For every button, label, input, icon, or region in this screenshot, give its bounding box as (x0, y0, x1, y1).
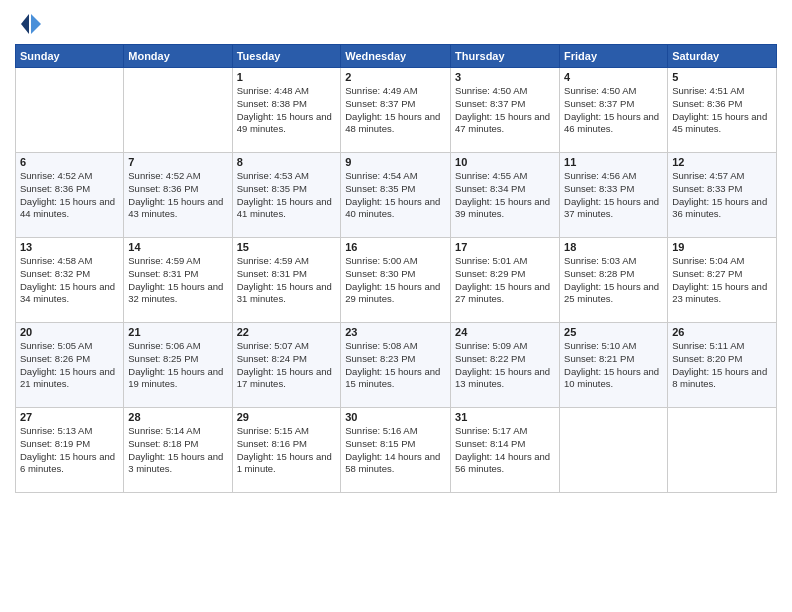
day-info: Sunrise: 5:00 AMSunset: 8:30 PMDaylight:… (345, 255, 446, 306)
calendar-cell: 23Sunrise: 5:08 AMSunset: 8:23 PMDayligh… (341, 323, 451, 408)
day-number: 16 (345, 241, 446, 253)
day-info: Sunrise: 4:59 AMSunset: 8:31 PMDaylight:… (128, 255, 227, 306)
day-number: 5 (672, 71, 772, 83)
weekday-header: Monday (124, 45, 232, 68)
day-info: Sunrise: 5:14 AMSunset: 8:18 PMDaylight:… (128, 425, 227, 476)
day-info: Sunrise: 5:06 AMSunset: 8:25 PMDaylight:… (128, 340, 227, 391)
logo (15, 10, 47, 38)
day-info: Sunrise: 5:01 AMSunset: 8:29 PMDaylight:… (455, 255, 555, 306)
day-number: 2 (345, 71, 446, 83)
calendar-cell: 3Sunrise: 4:50 AMSunset: 8:37 PMDaylight… (451, 68, 560, 153)
svg-marker-1 (21, 14, 29, 34)
day-info: Sunrise: 4:54 AMSunset: 8:35 PMDaylight:… (345, 170, 446, 221)
day-number: 29 (237, 411, 337, 423)
calendar-cell: 1Sunrise: 4:48 AMSunset: 8:38 PMDaylight… (232, 68, 341, 153)
day-number: 1 (237, 71, 337, 83)
calendar-table: SundayMondayTuesdayWednesdayThursdayFrid… (15, 44, 777, 493)
day-number: 31 (455, 411, 555, 423)
calendar-cell: 31Sunrise: 5:17 AMSunset: 8:14 PMDayligh… (451, 408, 560, 493)
day-info: Sunrise: 5:07 AMSunset: 8:24 PMDaylight:… (237, 340, 337, 391)
day-number: 13 (20, 241, 119, 253)
day-number: 12 (672, 156, 772, 168)
day-info: Sunrise: 5:16 AMSunset: 8:15 PMDaylight:… (345, 425, 446, 476)
calendar-cell: 25Sunrise: 5:10 AMSunset: 8:21 PMDayligh… (560, 323, 668, 408)
day-number: 7 (128, 156, 227, 168)
calendar-cell: 7Sunrise: 4:52 AMSunset: 8:36 PMDaylight… (124, 153, 232, 238)
day-number: 9 (345, 156, 446, 168)
day-info: Sunrise: 5:08 AMSunset: 8:23 PMDaylight:… (345, 340, 446, 391)
calendar-week-row: 6Sunrise: 4:52 AMSunset: 8:36 PMDaylight… (16, 153, 777, 238)
calendar-week-row: 27Sunrise: 5:13 AMSunset: 8:19 PMDayligh… (16, 408, 777, 493)
weekday-header: Saturday (668, 45, 777, 68)
day-number: 21 (128, 326, 227, 338)
calendar-cell: 30Sunrise: 5:16 AMSunset: 8:15 PMDayligh… (341, 408, 451, 493)
calendar-header-row: SundayMondayTuesdayWednesdayThursdayFrid… (16, 45, 777, 68)
calendar-cell: 12Sunrise: 4:57 AMSunset: 8:33 PMDayligh… (668, 153, 777, 238)
calendar-week-row: 20Sunrise: 5:05 AMSunset: 8:26 PMDayligh… (16, 323, 777, 408)
calendar-cell: 2Sunrise: 4:49 AMSunset: 8:37 PMDaylight… (341, 68, 451, 153)
calendar-week-row: 1Sunrise: 4:48 AMSunset: 8:38 PMDaylight… (16, 68, 777, 153)
day-info: Sunrise: 4:53 AMSunset: 8:35 PMDaylight:… (237, 170, 337, 221)
calendar-cell: 13Sunrise: 4:58 AMSunset: 8:32 PMDayligh… (16, 238, 124, 323)
day-number: 28 (128, 411, 227, 423)
calendar-cell: 27Sunrise: 5:13 AMSunset: 8:19 PMDayligh… (16, 408, 124, 493)
day-info: Sunrise: 5:17 AMSunset: 8:14 PMDaylight:… (455, 425, 555, 476)
day-number: 11 (564, 156, 663, 168)
day-number: 25 (564, 326, 663, 338)
day-info: Sunrise: 4:59 AMSunset: 8:31 PMDaylight:… (237, 255, 337, 306)
day-number: 3 (455, 71, 555, 83)
calendar-cell: 22Sunrise: 5:07 AMSunset: 8:24 PMDayligh… (232, 323, 341, 408)
day-number: 24 (455, 326, 555, 338)
weekday-header: Wednesday (341, 45, 451, 68)
calendar-cell: 17Sunrise: 5:01 AMSunset: 8:29 PMDayligh… (451, 238, 560, 323)
calendar-cell (124, 68, 232, 153)
calendar-cell (16, 68, 124, 153)
day-info: Sunrise: 4:50 AMSunset: 8:37 PMDaylight:… (564, 85, 663, 136)
day-number: 27 (20, 411, 119, 423)
weekday-header: Sunday (16, 45, 124, 68)
calendar-cell: 9Sunrise: 4:54 AMSunset: 8:35 PMDaylight… (341, 153, 451, 238)
calendar-cell (668, 408, 777, 493)
weekday-header: Friday (560, 45, 668, 68)
calendar-week-row: 13Sunrise: 4:58 AMSunset: 8:32 PMDayligh… (16, 238, 777, 323)
day-number: 22 (237, 326, 337, 338)
day-number: 18 (564, 241, 663, 253)
weekday-header: Tuesday (232, 45, 341, 68)
calendar-cell: 6Sunrise: 4:52 AMSunset: 8:36 PMDaylight… (16, 153, 124, 238)
calendar-cell: 29Sunrise: 5:15 AMSunset: 8:16 PMDayligh… (232, 408, 341, 493)
day-number: 26 (672, 326, 772, 338)
calendar-cell: 20Sunrise: 5:05 AMSunset: 8:26 PMDayligh… (16, 323, 124, 408)
day-info: Sunrise: 4:48 AMSunset: 8:38 PMDaylight:… (237, 85, 337, 136)
day-info: Sunrise: 5:04 AMSunset: 8:27 PMDaylight:… (672, 255, 772, 306)
day-info: Sunrise: 4:52 AMSunset: 8:36 PMDaylight:… (20, 170, 119, 221)
calendar-cell: 15Sunrise: 4:59 AMSunset: 8:31 PMDayligh… (232, 238, 341, 323)
calendar-cell: 16Sunrise: 5:00 AMSunset: 8:30 PMDayligh… (341, 238, 451, 323)
day-info: Sunrise: 5:10 AMSunset: 8:21 PMDaylight:… (564, 340, 663, 391)
day-number: 20 (20, 326, 119, 338)
day-info: Sunrise: 5:05 AMSunset: 8:26 PMDaylight:… (20, 340, 119, 391)
day-number: 6 (20, 156, 119, 168)
day-number: 4 (564, 71, 663, 83)
day-info: Sunrise: 5:13 AMSunset: 8:19 PMDaylight:… (20, 425, 119, 476)
day-number: 10 (455, 156, 555, 168)
day-number: 14 (128, 241, 227, 253)
day-number: 15 (237, 241, 337, 253)
day-info: Sunrise: 5:09 AMSunset: 8:22 PMDaylight:… (455, 340, 555, 391)
day-info: Sunrise: 4:55 AMSunset: 8:34 PMDaylight:… (455, 170, 555, 221)
day-info: Sunrise: 4:51 AMSunset: 8:36 PMDaylight:… (672, 85, 772, 136)
weekday-header: Thursday (451, 45, 560, 68)
day-number: 23 (345, 326, 446, 338)
day-info: Sunrise: 4:52 AMSunset: 8:36 PMDaylight:… (128, 170, 227, 221)
calendar-cell: 18Sunrise: 5:03 AMSunset: 8:28 PMDayligh… (560, 238, 668, 323)
calendar-cell: 21Sunrise: 5:06 AMSunset: 8:25 PMDayligh… (124, 323, 232, 408)
day-info: Sunrise: 4:58 AMSunset: 8:32 PMDaylight:… (20, 255, 119, 306)
calendar-cell (560, 408, 668, 493)
calendar-cell: 8Sunrise: 4:53 AMSunset: 8:35 PMDaylight… (232, 153, 341, 238)
day-number: 19 (672, 241, 772, 253)
logo-icon (15, 10, 43, 38)
day-info: Sunrise: 5:11 AMSunset: 8:20 PMDaylight:… (672, 340, 772, 391)
calendar-cell: 5Sunrise: 4:51 AMSunset: 8:36 PMDaylight… (668, 68, 777, 153)
calendar-cell: 26Sunrise: 5:11 AMSunset: 8:20 PMDayligh… (668, 323, 777, 408)
calendar-cell: 4Sunrise: 4:50 AMSunset: 8:37 PMDaylight… (560, 68, 668, 153)
day-info: Sunrise: 5:15 AMSunset: 8:16 PMDaylight:… (237, 425, 337, 476)
